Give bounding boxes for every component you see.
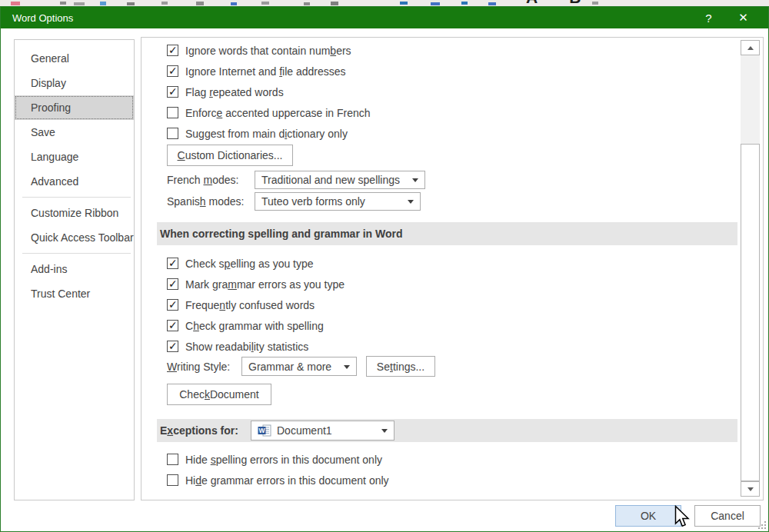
- checkbox-label: Hide grammar errors in this document onl…: [185, 474, 389, 487]
- sidebar-item-customize-ribbon[interactable]: Customize Ribbon: [15, 201, 134, 225]
- exceptions-document-dropdown[interactable]: W Document1: [251, 421, 394, 441]
- scroll-down-button[interactable]: [741, 481, 760, 497]
- resize-grip[interactable]: [758, 521, 767, 530]
- sidebar-item-quick-access-toolbar[interactable]: Quick Access Toolbar: [15, 225, 134, 250]
- checkbox-label: Ignore Internet and file addresses: [185, 65, 346, 78]
- checkbox-label: Hide spelling errors in this document on…: [185, 454, 382, 466]
- settings-button[interactable]: Settings...: [366, 356, 435, 377]
- checkbox-label: Ignore words that contain numbers: [185, 45, 351, 57]
- checkbox: [167, 107, 178, 118]
- word-document-icon: W: [258, 424, 271, 437]
- ribbon-fragment: [331, 2, 338, 5]
- sidebar-item-language[interactable]: Language: [15, 145, 134, 169]
- checkbox: [167, 45, 178, 56]
- proofing-panel: Ignore words that contain numbers Ignore…: [141, 37, 764, 500]
- ribbon-strip: A B: [0, 0, 769, 6]
- ribbon-fragment: [196, 2, 204, 5]
- sidebar-item-add-ins[interactable]: Add-ins: [15, 257, 134, 281]
- checkbox: [167, 320, 178, 331]
- chevron-down-icon: [412, 178, 418, 182]
- scrollbar-thumb[interactable]: [741, 144, 760, 481]
- checkbox: [167, 65, 178, 77]
- checkbox-row-check-spelling[interactable]: Check spelling as you type: [167, 253, 345, 274]
- dropdown-value: Grammar & more: [248, 361, 331, 373]
- spanish-modes-dropdown[interactable]: Tuteo verb forms only: [255, 192, 421, 211]
- dialog-titlebar: Word Options ? ✕: [1, 7, 768, 28]
- ribbon-fragment: [127, 2, 135, 5]
- check-document-button[interactable]: Check Document: [167, 384, 271, 405]
- spanish-modes-label: Spanish modes:: [167, 195, 244, 208]
- checkbox-row-ignore-internet[interactable]: Ignore Internet and file addresses: [167, 61, 371, 81]
- sidebar-item-save[interactable]: Save: [15, 120, 134, 145]
- sidebar-item-proofing[interactable]: Proofing: [15, 95, 134, 120]
- checkbox-row-suggest-main-dictionary[interactable]: Suggest from main dictionary only: [167, 123, 371, 144]
- scroll-up-button[interactable]: [741, 40, 760, 55]
- ribbon-fragment: [461, 2, 468, 5]
- checkbox-row-enforce-accented[interactable]: Enforce accented uppercase in French: [167, 102, 371, 123]
- ribbon-fragment: [592, 2, 598, 5]
- ribbon-fragment: [100, 2, 106, 5]
- ribbon-fragment: [11, 2, 20, 5]
- checkbox-row-readability-statistics[interactable]: Show readability statistics: [167, 336, 345, 357]
- ribbon-text-fragment: A B: [526, 0, 594, 6]
- checkbox-label: Suggest from main dictionary only: [185, 128, 348, 140]
- chevron-down-icon: [408, 200, 414, 204]
- word-options-dialog: Word Options ? ✕ General Display Proofin…: [0, 6, 769, 532]
- checkbox-row-hide-grammar-errors[interactable]: Hide grammar errors in this document onl…: [167, 470, 389, 490]
- checkbox-label: Show readability statistics: [185, 341, 308, 353]
- sidebar-divider: [22, 197, 131, 198]
- checkbox-label: Frequently confused words: [185, 299, 315, 311]
- ignore-options-group: Ignore words that contain numbers Ignore…: [167, 40, 371, 144]
- checkbox: [167, 258, 178, 269]
- checkbox-row-ignore-numbers[interactable]: Ignore words that contain numbers: [167, 40, 371, 61]
- dropdown-value: Traditional and new spellings: [261, 174, 400, 186]
- sidebar-nav: General Display Proofing Save Language A…: [14, 39, 135, 500]
- exceptions-label: Exceptions for:: [160, 424, 238, 437]
- checkbox-row-flag-repeated[interactable]: Flag repeated words: [167, 81, 371, 102]
- sidebar-item-trust-center[interactable]: Trust Center: [15, 281, 134, 306]
- ribbon-fragment: [400, 2, 408, 5]
- checkbox-label: Mark grammar errors as you type: [185, 278, 345, 291]
- cancel-button[interactable]: Cancel: [694, 505, 761, 527]
- ribbon-fragment: [231, 2, 237, 5]
- svg-text:W: W: [258, 427, 265, 434]
- checkbox-row-check-grammar[interactable]: Check grammar with spelling: [167, 315, 345, 336]
- ribbon-fragment: [488, 2, 496, 5]
- help-button[interactable]: ?: [691, 7, 726, 28]
- triangle-up-icon: [747, 46, 754, 50]
- dialog-title: Word Options: [1, 12, 691, 24]
- checkbox-row-hide-spelling-errors[interactable]: Hide spelling errors in this document on…: [167, 449, 389, 470]
- chevron-down-icon: [381, 429, 388, 433]
- checkbox: [167, 86, 178, 98]
- checkbox: [167, 454, 178, 465]
- vertical-scrollbar[interactable]: [741, 40, 760, 497]
- section-header-correcting: When correcting spelling and grammar in …: [157, 222, 737, 245]
- french-modes-dropdown[interactable]: Traditional and new spellings: [255, 171, 425, 189]
- chevron-down-icon: [344, 365, 350, 369]
- exceptions-bar: Exceptions for: W Document1: [157, 419, 737, 442]
- checkbox: [167, 299, 178, 311]
- close-button[interactable]: ✕: [726, 7, 761, 28]
- sidebar-item-display[interactable]: Display: [15, 71, 134, 95]
- writing-style-dropdown[interactable]: Grammar & more: [241, 357, 357, 376]
- checkbox: [167, 128, 178, 139]
- mouse-cursor: [672, 505, 691, 528]
- sidebar-item-advanced[interactable]: Advanced: [15, 169, 134, 194]
- checkbox-label: Flag repeated words: [185, 86, 284, 98]
- ribbon-fragment: [431, 2, 440, 5]
- sidebar-item-general[interactable]: General: [15, 46, 134, 71]
- sidebar-divider: [22, 253, 131, 254]
- dropdown-value: Document1: [277, 419, 332, 442]
- checkbox-row-mark-grammar[interactable]: Mark grammar errors as you type: [167, 274, 345, 294]
- exception-options-group: Hide spelling errors in this document on…: [167, 449, 389, 490]
- writing-style-label: Writing Style:: [167, 361, 230, 373]
- ribbon-fragment: [74, 2, 85, 5]
- checkbox-row-frequently-confused[interactable]: Frequently confused words: [167, 294, 345, 315]
- checkbox-label: Check grammar with spelling: [185, 320, 324, 332]
- checkbox: [167, 278, 178, 290]
- checkbox-label: Enforce accented uppercase in French: [185, 107, 371, 119]
- ribbon-fragment: [60, 2, 66, 5]
- custom-dictionaries-button[interactable]: Custom Dictionaries...: [167, 145, 293, 166]
- checkbox: [167, 341, 178, 352]
- ribbon-fragment: [161, 2, 168, 5]
